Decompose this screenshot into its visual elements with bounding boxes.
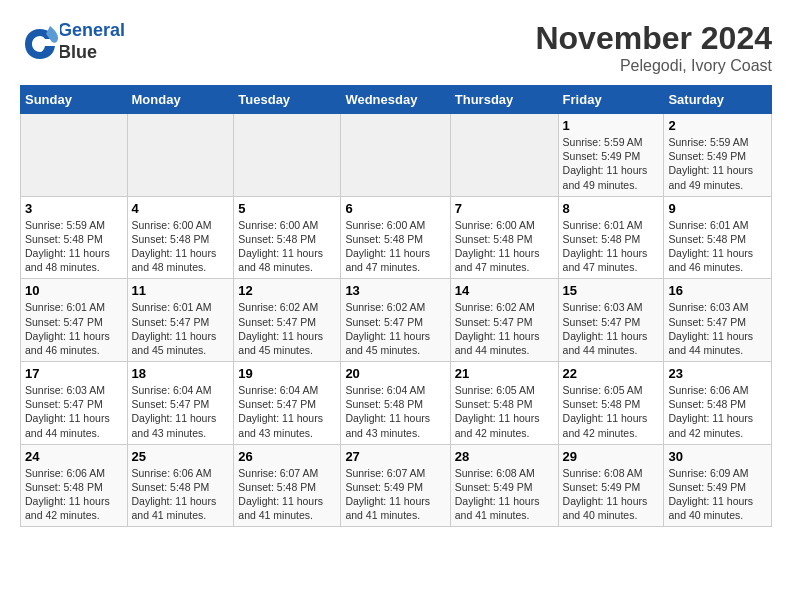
calendar-cell: 19Sunrise: 6:04 AMSunset: 5:47 PMDayligh… — [234, 362, 341, 445]
day-info: Sunrise: 6:06 AMSunset: 5:48 PMDaylight:… — [25, 466, 123, 523]
calendar-cell: 28Sunrise: 6:08 AMSunset: 5:49 PMDayligh… — [450, 444, 558, 527]
calendar-cell: 7Sunrise: 6:00 AMSunset: 5:48 PMDaylight… — [450, 196, 558, 279]
day-number: 15 — [563, 283, 660, 298]
day-info: Sunrise: 5:59 AMSunset: 5:48 PMDaylight:… — [25, 218, 123, 275]
calendar-cell: 25Sunrise: 6:06 AMSunset: 5:48 PMDayligh… — [127, 444, 234, 527]
day-info: Sunrise: 6:02 AMSunset: 5:47 PMDaylight:… — [238, 300, 336, 357]
day-info: Sunrise: 6:01 AMSunset: 5:47 PMDaylight:… — [132, 300, 230, 357]
calendar-cell: 26Sunrise: 6:07 AMSunset: 5:48 PMDayligh… — [234, 444, 341, 527]
calendar-cell: 4Sunrise: 6:00 AMSunset: 5:48 PMDaylight… — [127, 196, 234, 279]
day-info: Sunrise: 6:03 AMSunset: 5:47 PMDaylight:… — [25, 383, 123, 440]
day-info: Sunrise: 6:09 AMSunset: 5:49 PMDaylight:… — [668, 466, 767, 523]
calendar-week: 24Sunrise: 6:06 AMSunset: 5:48 PMDayligh… — [21, 444, 772, 527]
calendar-cell: 24Sunrise: 6:06 AMSunset: 5:48 PMDayligh… — [21, 444, 128, 527]
header-day: Sunday — [21, 86, 128, 114]
day-info: Sunrise: 6:08 AMSunset: 5:49 PMDaylight:… — [455, 466, 554, 523]
day-number: 23 — [668, 366, 767, 381]
day-number: 26 — [238, 449, 336, 464]
calendar-cell: 8Sunrise: 6:01 AMSunset: 5:48 PMDaylight… — [558, 196, 664, 279]
day-number: 27 — [345, 449, 445, 464]
day-number: 2 — [668, 118, 767, 133]
header-day: Monday — [127, 86, 234, 114]
day-number: 3 — [25, 201, 123, 216]
calendar-cell: 23Sunrise: 6:06 AMSunset: 5:48 PMDayligh… — [664, 362, 772, 445]
calendar-week: 17Sunrise: 6:03 AMSunset: 5:47 PMDayligh… — [21, 362, 772, 445]
calendar-cell: 17Sunrise: 6:03 AMSunset: 5:47 PMDayligh… — [21, 362, 128, 445]
day-info: Sunrise: 6:06 AMSunset: 5:48 PMDaylight:… — [132, 466, 230, 523]
day-info: Sunrise: 6:04 AMSunset: 5:47 PMDaylight:… — [132, 383, 230, 440]
day-number: 9 — [668, 201, 767, 216]
header-day: Saturday — [664, 86, 772, 114]
day-info: Sunrise: 6:01 AMSunset: 5:47 PMDaylight:… — [25, 300, 123, 357]
calendar-cell — [127, 114, 234, 197]
calendar-cell: 13Sunrise: 6:02 AMSunset: 5:47 PMDayligh… — [341, 279, 450, 362]
header-day: Thursday — [450, 86, 558, 114]
location-title: Pelegodi, Ivory Coast — [535, 57, 772, 75]
day-number: 10 — [25, 283, 123, 298]
day-number: 30 — [668, 449, 767, 464]
day-info: Sunrise: 5:59 AMSunset: 5:49 PMDaylight:… — [668, 135, 767, 192]
day-info: Sunrise: 6:02 AMSunset: 5:47 PMDaylight:… — [345, 300, 445, 357]
day-info: Sunrise: 6:03 AMSunset: 5:47 PMDaylight:… — [668, 300, 767, 357]
calendar-cell: 12Sunrise: 6:02 AMSunset: 5:47 PMDayligh… — [234, 279, 341, 362]
page-header: General Blue November 2024 Pelegodi, Ivo… — [20, 20, 772, 75]
calendar-cell: 5Sunrise: 6:00 AMSunset: 5:48 PMDaylight… — [234, 196, 341, 279]
calendar-cell: 2Sunrise: 5:59 AMSunset: 5:49 PMDaylight… — [664, 114, 772, 197]
day-number: 17 — [25, 366, 123, 381]
calendar-cell: 30Sunrise: 6:09 AMSunset: 5:49 PMDayligh… — [664, 444, 772, 527]
day-info: Sunrise: 6:00 AMSunset: 5:48 PMDaylight:… — [345, 218, 445, 275]
calendar-cell — [341, 114, 450, 197]
logo: General Blue — [20, 20, 125, 63]
calendar-week: 10Sunrise: 6:01 AMSunset: 5:47 PMDayligh… — [21, 279, 772, 362]
day-info: Sunrise: 6:06 AMSunset: 5:48 PMDaylight:… — [668, 383, 767, 440]
day-number: 16 — [668, 283, 767, 298]
day-number: 5 — [238, 201, 336, 216]
day-number: 22 — [563, 366, 660, 381]
logo-text: General Blue — [58, 20, 125, 63]
calendar-cell: 18Sunrise: 6:04 AMSunset: 5:47 PMDayligh… — [127, 362, 234, 445]
calendar-table: SundayMondayTuesdayWednesdayThursdayFrid… — [20, 85, 772, 527]
calendar-cell: 6Sunrise: 6:00 AMSunset: 5:48 PMDaylight… — [341, 196, 450, 279]
day-number: 28 — [455, 449, 554, 464]
day-info: Sunrise: 6:00 AMSunset: 5:48 PMDaylight:… — [455, 218, 554, 275]
day-info: Sunrise: 6:02 AMSunset: 5:47 PMDaylight:… — [455, 300, 554, 357]
header-day: Tuesday — [234, 86, 341, 114]
calendar-cell: 20Sunrise: 6:04 AMSunset: 5:48 PMDayligh… — [341, 362, 450, 445]
day-number: 11 — [132, 283, 230, 298]
day-number: 21 — [455, 366, 554, 381]
day-number: 18 — [132, 366, 230, 381]
day-info: Sunrise: 6:04 AMSunset: 5:47 PMDaylight:… — [238, 383, 336, 440]
calendar-cell: 15Sunrise: 6:03 AMSunset: 5:47 PMDayligh… — [558, 279, 664, 362]
calendar-cell: 14Sunrise: 6:02 AMSunset: 5:47 PMDayligh… — [450, 279, 558, 362]
header-day: Wednesday — [341, 86, 450, 114]
calendar-cell: 11Sunrise: 6:01 AMSunset: 5:47 PMDayligh… — [127, 279, 234, 362]
day-info: Sunrise: 6:07 AMSunset: 5:49 PMDaylight:… — [345, 466, 445, 523]
calendar-cell: 16Sunrise: 6:03 AMSunset: 5:47 PMDayligh… — [664, 279, 772, 362]
day-number: 13 — [345, 283, 445, 298]
day-info: Sunrise: 6:08 AMSunset: 5:49 PMDaylight:… — [563, 466, 660, 523]
header-day: Friday — [558, 86, 664, 114]
header-row: SundayMondayTuesdayWednesdayThursdayFrid… — [21, 86, 772, 114]
month-title: November 2024 — [535, 20, 772, 57]
calendar-cell: 22Sunrise: 6:05 AMSunset: 5:48 PMDayligh… — [558, 362, 664, 445]
day-info: Sunrise: 6:05 AMSunset: 5:48 PMDaylight:… — [563, 383, 660, 440]
day-number: 4 — [132, 201, 230, 216]
title-block: November 2024 Pelegodi, Ivory Coast — [535, 20, 772, 75]
day-number: 20 — [345, 366, 445, 381]
day-number: 12 — [238, 283, 336, 298]
day-info: Sunrise: 6:04 AMSunset: 5:48 PMDaylight:… — [345, 383, 445, 440]
day-number: 14 — [455, 283, 554, 298]
calendar-cell: 9Sunrise: 6:01 AMSunset: 5:48 PMDaylight… — [664, 196, 772, 279]
calendar-cell: 10Sunrise: 6:01 AMSunset: 5:47 PMDayligh… — [21, 279, 128, 362]
day-info: Sunrise: 6:00 AMSunset: 5:48 PMDaylight:… — [132, 218, 230, 275]
calendar-cell — [234, 114, 341, 197]
day-info: Sunrise: 6:01 AMSunset: 5:48 PMDaylight:… — [563, 218, 660, 275]
day-info: Sunrise: 5:59 AMSunset: 5:49 PMDaylight:… — [563, 135, 660, 192]
calendar-cell — [450, 114, 558, 197]
day-info: Sunrise: 6:03 AMSunset: 5:47 PMDaylight:… — [563, 300, 660, 357]
calendar-week: 3Sunrise: 5:59 AMSunset: 5:48 PMDaylight… — [21, 196, 772, 279]
day-number: 25 — [132, 449, 230, 464]
day-number: 6 — [345, 201, 445, 216]
day-number: 1 — [563, 118, 660, 133]
day-info: Sunrise: 6:07 AMSunset: 5:48 PMDaylight:… — [238, 466, 336, 523]
